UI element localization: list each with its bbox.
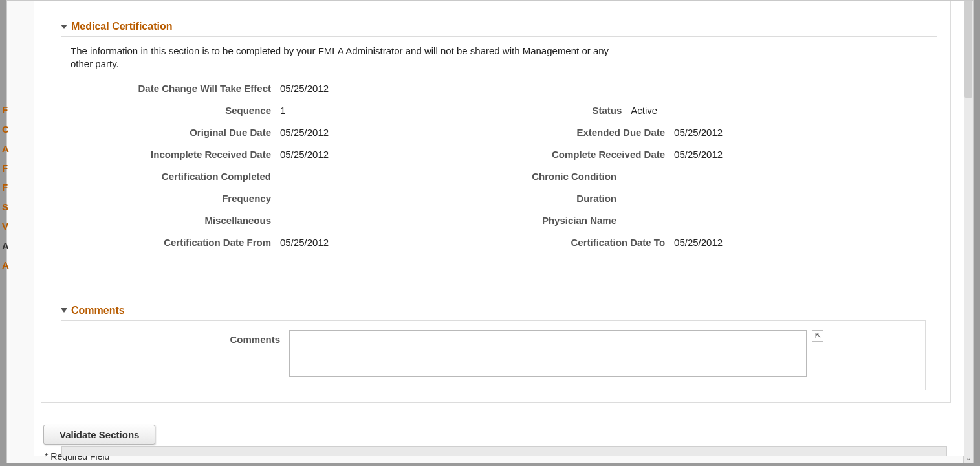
label-extended-due: Extended Due Date xyxy=(329,127,674,138)
label-incomplete-recv: Incomplete Received Date xyxy=(71,149,280,160)
label-chronic: Chronic Condition xyxy=(280,171,626,182)
value-complete-recv: 05/25/2012 xyxy=(674,149,765,160)
section-toggle-comments[interactable]: Comments xyxy=(61,305,950,316)
section-toggle-medical[interactable]: Medical Certification xyxy=(61,21,950,32)
label-duration: Duration xyxy=(280,193,626,204)
label-status: Status xyxy=(285,105,631,116)
section-info-text: The information in this section is to be… xyxy=(71,45,633,71)
label-cert-from: Certification Date From xyxy=(71,237,280,248)
section-title-comments: Comments xyxy=(71,305,125,316)
value-cert-to: 05/25/2012 xyxy=(674,237,765,248)
scroll-down-arrow-icon[interactable]: ⌄ xyxy=(964,454,972,461)
value-cert-from: 05/25/2012 xyxy=(280,237,329,248)
value-status: Active xyxy=(631,105,721,116)
vertical-scrollbar[interactable]: ⌄ xyxy=(963,1,973,463)
value-date-change: 05/25/2012 xyxy=(280,83,329,94)
value-incomplete-recv: 05/25/2012 xyxy=(280,149,329,160)
section-title-medical: Medical Certification xyxy=(71,21,172,32)
value-sequence: 1 xyxy=(280,105,285,116)
validate-sections-button[interactable]: Validate Sections xyxy=(43,425,155,445)
label-frequency: Frequency xyxy=(71,193,280,204)
value-original-due: 05/25/2012 xyxy=(280,127,329,138)
label-comments: Comments xyxy=(73,330,289,345)
label-misc: Miscellaneous xyxy=(71,215,280,226)
label-date-change: Date Change Will Take Effect xyxy=(71,83,280,94)
value-extended-due: 05/25/2012 xyxy=(674,127,765,138)
label-cert-completed: Certification Completed xyxy=(71,171,280,182)
label-physician: Physician Name xyxy=(280,215,626,226)
medical-certification-panel: The information in this section is to be… xyxy=(61,36,937,272)
form-container: Medical Certification The information in… xyxy=(41,1,951,403)
collapse-triangle-icon xyxy=(61,308,67,313)
scroll-thumb[interactable] xyxy=(964,1,972,98)
label-cert-to: Certification Date To xyxy=(329,237,674,248)
label-original-due: Original Due Date xyxy=(71,127,280,138)
comments-textarea[interactable] xyxy=(289,330,807,377)
label-sequence: Sequence xyxy=(71,105,280,116)
label-complete-recv: Complete Received Date xyxy=(329,149,674,160)
horizontal-scrollbar[interactable] xyxy=(61,446,947,456)
collapse-triangle-icon xyxy=(61,25,67,29)
expand-textarea-icon[interactable]: ⇱ xyxy=(812,330,823,342)
comments-panel: Comments ⇱ xyxy=(61,320,926,390)
obscured-sidebar: FCAFFSVAA xyxy=(2,104,15,279)
